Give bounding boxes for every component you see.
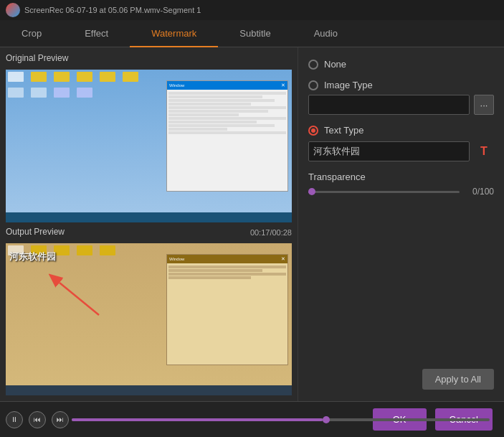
title-bar: ScreenRec 06-07-19 at 05.06 PM.wmv-Segme…: [0, 0, 504, 20]
right-panel: None Image Type ··· Text Type T: [298, 47, 504, 401]
progress-fill: [72, 418, 323, 421]
none-option-row[interactable]: None: [308, 59, 494, 70]
tab-crop[interactable]: Crop: [0, 21, 63, 47]
progress-bar-container[interactable]: [72, 418, 490, 421]
tab-watermark[interactable]: Watermark: [130, 21, 218, 47]
slider-row: 0/100: [308, 187, 494, 197]
text-watermark-input[interactable]: [308, 141, 470, 161]
image-type-label: Image Type: [324, 80, 373, 90]
transparence-value: 0/100: [465, 187, 494, 197]
image-type-radio-row[interactable]: Image Type: [308, 80, 494, 90]
none-label: None: [324, 59, 346, 70]
tab-subtitle[interactable]: Subtitle: [218, 21, 292, 47]
watermark-overlay: 河东软件园: [9, 250, 56, 263]
output-preview-label: Output Preview: [6, 227, 65, 237]
logo-icon: [6, 3, 20, 17]
text-type-radio-row[interactable]: Text Type: [308, 125, 494, 136]
text-type-radio[interactable]: [308, 126, 318, 136]
output-preview-label-row: Output Preview 00:17/00:28: [6, 227, 292, 239]
text-type-section: Text Type T: [308, 125, 494, 161]
original-screen: Window ✕: [6, 70, 292, 222]
transparence-slider[interactable]: [308, 191, 460, 193]
tab-bar: Crop Effect Watermark Subtitle Audio: [0, 20, 504, 47]
image-type-radio[interactable]: [308, 80, 318, 90]
left-panel: Original Preview: [0, 47, 298, 401]
apply-section: Apply to All: [308, 369, 494, 390]
main-content: Original Preview: [0, 47, 504, 401]
progress-thumb[interactable]: [323, 416, 330, 423]
original-preview-box: Window ✕: [6, 70, 292, 222]
image-type-section: Image Type ···: [308, 80, 494, 115]
bottom-bar: ⏸ ⏮ ⏭ OK Cancel: [0, 401, 504, 437]
prev-button[interactable]: ⏮: [29, 411, 46, 428]
time-display: 00:17/00:28: [250, 228, 292, 237]
browse-button[interactable]: ···: [474, 95, 494, 115]
tab-audio[interactable]: Audio: [293, 21, 359, 47]
text-format-button[interactable]: T: [474, 141, 494, 161]
slider-thumb[interactable]: [308, 188, 315, 195]
none-radio[interactable]: [308, 60, 318, 70]
transparence-section: Transparence 0/100: [308, 171, 494, 197]
title-text: ScreenRec 06-07-19 at 05.06 PM.wmv-Segme…: [24, 6, 201, 14]
apply-to-all-button[interactable]: Apply to All: [422, 369, 494, 390]
text-type-label: Text Type: [324, 125, 363, 136]
output-preview-box: Window ✕ 河东软件园: [6, 243, 292, 396]
image-input-row: ···: [308, 95, 494, 115]
next-button[interactable]: ⏭: [52, 411, 69, 428]
text-input-row: T: [308, 141, 494, 161]
app-logo: ScreenRec 06-07-19 at 05.06 PM.wmv-Segme…: [6, 3, 201, 17]
playback-controls: ⏸ ⏮ ⏭: [6, 411, 69, 428]
transparence-label: Transparence: [308, 171, 494, 182]
tab-effect[interactable]: Effect: [63, 21, 130, 47]
image-path-input[interactable]: [308, 95, 470, 115]
play-pause-button[interactable]: ⏸: [6, 411, 23, 428]
original-preview-label: Original Preview: [6, 53, 292, 63]
